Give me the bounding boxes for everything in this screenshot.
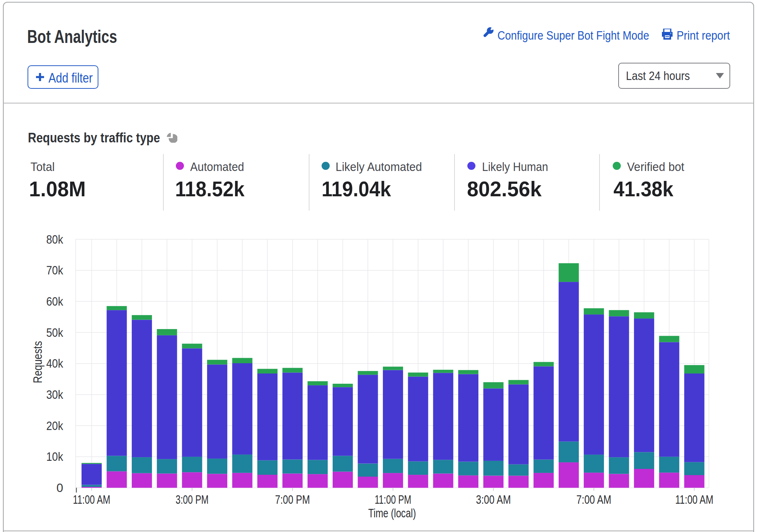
- svg-text:60k: 60k: [46, 295, 63, 308]
- svg-text:80k: 80k: [46, 233, 63, 246]
- svg-text:50k: 50k: [46, 326, 63, 339]
- svg-text:0: 0: [57, 481, 63, 495]
- svg-text:10k: 10k: [46, 450, 63, 463]
- svg-text:20k: 20k: [46, 419, 63, 433]
- svg-text:11:00 AM: 11:00 AM: [73, 493, 111, 506]
- svg-text:Requests: Requests: [31, 341, 44, 383]
- svg-text:3:00 PM: 3:00 PM: [175, 493, 209, 506]
- svg-text:70k: 70k: [46, 263, 63, 277]
- svg-text:40k: 40k: [46, 357, 63, 370]
- svg-text:30k: 30k: [46, 388, 63, 401]
- svg-text:7:00 AM: 7:00 AM: [576, 493, 611, 506]
- svg-text:Time (local): Time (local): [368, 506, 416, 520]
- svg-text:3:00 AM: 3:00 AM: [476, 493, 511, 506]
- svg-text:7:00 PM: 7:00 PM: [275, 493, 310, 506]
- svg-text:11:00 AM: 11:00 AM: [675, 493, 713, 506]
- svg-text:11:00 PM: 11:00 PM: [374, 493, 411, 506]
